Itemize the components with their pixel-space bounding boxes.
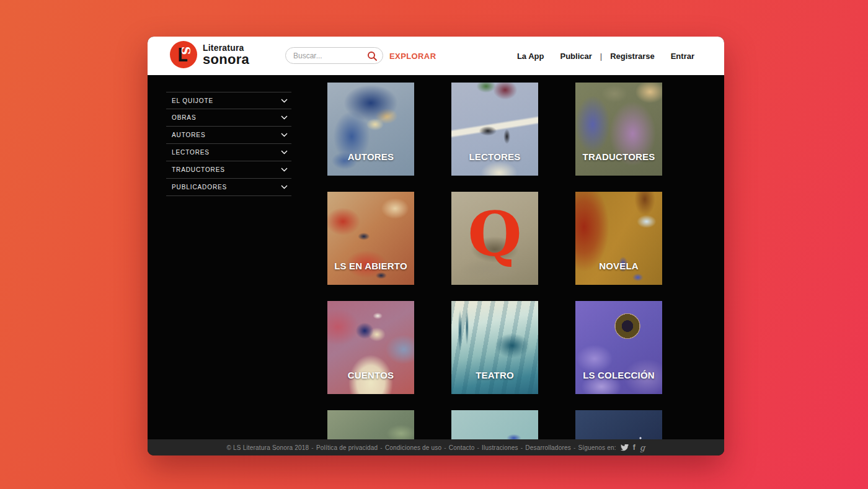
chevron-down-icon — [281, 99, 288, 103]
tile-label: TRADUCTORES — [575, 151, 662, 162]
tile-novela[interactable]: NOVELA — [575, 192, 662, 285]
nav-la-app[interactable]: La App — [517, 52, 544, 61]
tile-ls-en-abierto[interactable]: LS EN ABIERTO — [327, 192, 414, 285]
tile-traductores[interactable]: TRADUCTORES — [575, 83, 662, 176]
chevron-down-icon — [281, 115, 288, 120]
explore-link[interactable]: EXPLORAR — [389, 37, 436, 75]
tile-label: LS EN ABIERTO — [327, 261, 414, 271]
tile-partial-3[interactable] — [575, 410, 662, 439]
tile-el-quijote[interactable]: Q — [451, 192, 538, 285]
footer: © LS Literatura Sonora 2018 - Política d… — [148, 439, 724, 455]
chevron-down-icon — [281, 150, 288, 155]
tile-label: CUENTOS — [327, 370, 414, 380]
facebook-icon[interactable]: f — [633, 444, 636, 451]
logo-ls-monogram-icon: L S — [170, 41, 197, 68]
footer-link-condiciones[interactable]: Condiciones de uso — [385, 444, 441, 451]
sidebar-item-traductores[interactable]: TRADUCTORES — [166, 161, 291, 179]
search-icon[interactable] — [367, 51, 378, 61]
logo-line2: sonora — [203, 53, 249, 66]
nav-publicar[interactable]: Publicar — [560, 52, 591, 61]
top-nav: La App Publicar | Registrarse Entrar — [517, 37, 694, 75]
footer-copyright: © LS Literatura Sonora 2018 — [227, 444, 309, 451]
sidebar-item-publicadores[interactable]: PUBLICADORES — [166, 179, 291, 196]
footer-link-desarrolladores[interactable]: Desarrolladores — [525, 444, 571, 451]
footer-link-contacto[interactable]: Contacto — [449, 444, 475, 451]
tile-label: NOVELA — [575, 261, 662, 271]
logo[interactable]: L S Literatura sonora — [170, 41, 249, 68]
tile-partial-2[interactable] — [451, 410, 538, 439]
sidebar-item-el-quijote[interactable]: EL QUIJOTE — [166, 92, 291, 109]
chevron-down-icon — [281, 133, 288, 137]
logo-letter-s: S — [180, 47, 192, 55]
search-box — [285, 47, 383, 64]
tile-label: LECTORES — [451, 151, 538, 162]
sidebar-item-lectores[interactable]: LECTORES — [166, 144, 291, 161]
tile-cuentos[interactable]: CUENTOS — [327, 301, 414, 394]
search-input[interactable] — [293, 48, 365, 63]
main-content: EL QUIJOTE OBRAS AUTORES LECTORES TRADUC… — [148, 75, 724, 439]
quijote-q-letter: Q — [451, 200, 538, 267]
tile-teatro[interactable]: TEATRO — [451, 301, 538, 394]
google-icon[interactable]: g — [640, 444, 645, 452]
twitter-icon[interactable] — [621, 444, 629, 451]
tile-autores[interactable]: AUTORES — [327, 83, 414, 176]
nav-divider: | — [600, 52, 602, 61]
tile-ls-coleccion[interactable]: LS COLECCIÓN — [575, 301, 662, 394]
footer-follow-label: Síguenos en: — [578, 444, 616, 451]
logo-wordmark: Literatura sonora — [203, 43, 249, 66]
tile-label: AUTORES — [327, 151, 414, 162]
tile-partial-1[interactable] — [327, 410, 414, 439]
footer-link-privacidad[interactable]: Política de privacidad — [316, 444, 378, 451]
nav-entrar[interactable]: Entrar — [671, 52, 694, 61]
nav-registrarse[interactable]: Registrarse — [610, 52, 655, 61]
chevron-down-icon — [281, 185, 288, 189]
category-grid: AUTORES LECTORES TRADUCTORES LS EN ABIER… — [327, 83, 662, 439]
footer-link-ilustraciones[interactable]: Ilustraciones — [482, 444, 518, 451]
sidebar-item-autores[interactable]: AUTORES — [166, 127, 291, 144]
chevron-down-icon — [281, 168, 288, 172]
app-window: L S Literatura sonora EXPLORAR La App Pu… — [148, 37, 724, 455]
sidebar-menu: EL QUIJOTE OBRAS AUTORES LECTORES TRADUC… — [166, 92, 291, 196]
tile-lectores[interactable]: LECTORES — [451, 83, 538, 176]
tile-label: TEATRO — [451, 370, 538, 380]
sidebar-item-obras[interactable]: OBRAS — [166, 109, 291, 127]
tile-label: LS COLECCIÓN — [575, 370, 662, 380]
social-icons: f g — [621, 444, 645, 452]
header: L S Literatura sonora EXPLORAR La App Pu… — [148, 37, 724, 75]
